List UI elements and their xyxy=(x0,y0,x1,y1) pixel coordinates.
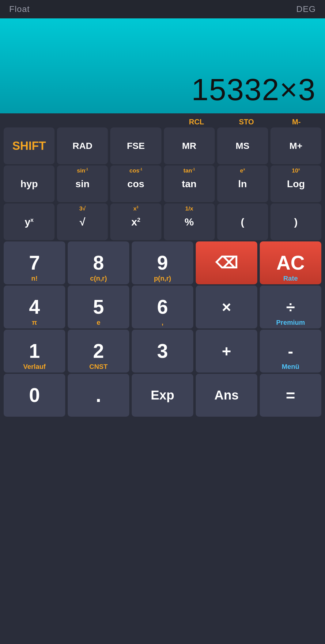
row-0: 0 . Exp Ans = xyxy=(4,374,321,417)
backspace-button[interactable]: ⌫ xyxy=(196,241,257,284)
six-button[interactable]: 6 , xyxy=(132,286,193,328)
plus-button[interactable]: + xyxy=(196,330,257,373)
log-button[interactable]: 10x Log xyxy=(270,165,321,202)
equals-button[interactable]: = xyxy=(260,374,321,417)
row-456: 4 π 5 e 6 , × ÷ Premium xyxy=(4,286,321,328)
ln-button[interactable]: ex ln xyxy=(217,165,268,202)
display: 15332×3 xyxy=(0,18,325,113)
nine-button[interactable]: 9 p(n,r) xyxy=(132,241,193,284)
one-button[interactable]: 1 Verlauf xyxy=(4,330,65,373)
dot-button[interactable]: . xyxy=(68,374,129,417)
sqrt-button[interactable]: 3√ √ xyxy=(57,203,108,240)
mplus-button[interactable]: M+ xyxy=(270,127,321,164)
yx-button[interactable]: yx xyxy=(4,203,55,240)
five-button[interactable]: 5 e xyxy=(68,286,129,328)
fse-button[interactable]: FSE xyxy=(110,127,161,164)
times-button[interactable]: × xyxy=(196,286,257,328)
zero-button[interactable]: 0 xyxy=(4,374,65,417)
mode-label: Float xyxy=(9,4,30,14)
four-button[interactable]: 4 π xyxy=(4,286,65,328)
tan-button[interactable]: tan-1 tan xyxy=(164,165,215,202)
row-123: 1 Verlauf 2 CNST 3 + - Menü xyxy=(4,330,321,373)
lparen-button[interactable]: ( xyxy=(217,203,268,240)
cos-button[interactable]: cos-1 cos xyxy=(110,165,161,202)
buttons-area: RCL STO M- SHIFT RAD FSE MR MS M+ hyp si… xyxy=(0,113,325,644)
row-trig: hyp sin-1 sin cos-1 cos tan-1 tan ex ln … xyxy=(4,165,321,202)
mminus-label: M- xyxy=(271,118,321,126)
minus-button[interactable]: - Menü xyxy=(260,330,321,373)
x2-button[interactable]: x3 x2 xyxy=(110,203,161,240)
eight-button[interactable]: 8 c(n,r) xyxy=(68,241,129,284)
sto-label: STO xyxy=(221,118,271,126)
display-value: 15332×3 xyxy=(191,72,316,107)
ac-button[interactable]: AC Rate xyxy=(260,241,321,284)
three-button[interactable]: 3 xyxy=(132,330,193,373)
divide-button[interactable]: ÷ Premium xyxy=(260,286,321,328)
seven-button[interactable]: 7 n! xyxy=(4,241,65,284)
row-power: yx 3√ √ x3 x2 1/x % ( ) xyxy=(4,203,321,240)
exp-button[interactable]: Exp xyxy=(132,374,193,417)
shift-button[interactable]: SHIFT xyxy=(4,127,55,164)
two-button[interactable]: 2 CNST xyxy=(68,330,129,373)
rad-button[interactable]: RAD xyxy=(57,127,108,164)
status-bar: Float DEG xyxy=(0,0,325,18)
memory-labels-row: RCL STO M- xyxy=(4,116,321,126)
row-shift: SHIFT RAD FSE MR MS M+ xyxy=(4,127,321,164)
rcl-label: RCL xyxy=(172,118,221,126)
rparen-button[interactable]: ) xyxy=(270,203,321,240)
row-789: 7 n! 8 c(n,r) 9 p(n,r) ⌫ AC Rate xyxy=(4,241,321,284)
hyp-button[interactable]: hyp xyxy=(4,165,55,202)
percent-button[interactable]: 1/x % xyxy=(164,203,215,240)
ans-button[interactable]: Ans xyxy=(196,374,257,417)
ms-button[interactable]: MS xyxy=(217,127,268,164)
sin-button[interactable]: sin-1 sin xyxy=(57,165,108,202)
mr-button[interactable]: MR xyxy=(164,127,215,164)
angle-label: DEG xyxy=(296,4,316,14)
